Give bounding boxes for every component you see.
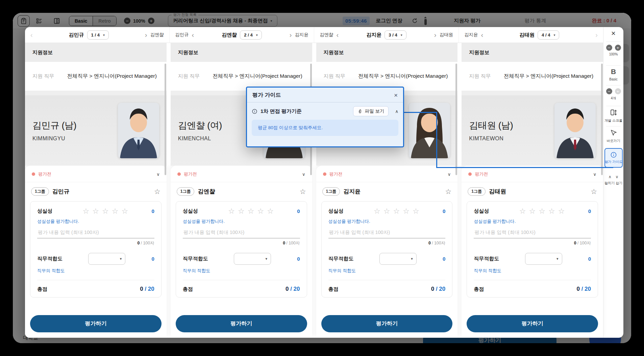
candidate-page-dropdown[interactable]: 2 / 4 ▾: [240, 30, 262, 40]
char-counter: 0/ 100자: [37, 240, 154, 246]
style-icon[interactable]: B: [611, 68, 616, 76]
collapse-chevron-icon[interactable]: ∨: [448, 172, 451, 177]
info-icon: [610, 151, 617, 158]
individual-scroll-icon[interactable]: [610, 109, 618, 117]
section-title: 지원정보: [171, 43, 312, 62]
column-scrollbar[interactable]: [601, 64, 603, 175]
column-scrollbar[interactable]: [165, 64, 166, 175]
panel-zoom-out-button[interactable]: −: [606, 45, 612, 51]
guide-connector-line: [403, 112, 437, 113]
comment-input[interactable]: 평가 내용 입력 (최대 100자): [183, 229, 300, 238]
expand-icon[interactable]: ∧: [609, 174, 612, 179]
prev-arrow-icon[interactable]: ‹: [192, 31, 194, 38]
evaluation-card: 평가전 ∨ 1그룹 김민규 ☆ 성실성 ☆☆☆☆☆ 0 성실성을 평가합니다. …: [25, 166, 167, 338]
prev-arrow-icon[interactable]: ‹: [337, 31, 339, 38]
submit-evaluation-button[interactable]: 평가하기: [30, 315, 162, 332]
card-candidate-name: 김민규: [52, 188, 70, 195]
shortcut-cursor-icon[interactable]: [610, 129, 618, 137]
status-label: 평가전: [475, 171, 488, 177]
info-icon: [252, 109, 257, 114]
divider: [328, 280, 446, 280]
candidate-page-dropdown[interactable]: 3 / 4 ▾: [385, 30, 406, 40]
close-icon[interactable]: ×: [603, 30, 623, 37]
star-rating[interactable]: ☆☆☆☆☆: [361, 207, 436, 215]
candidate-profile: 김태원 (남) KIMTAEWON: [462, 95, 603, 166]
total-label: 총점: [37, 286, 47, 292]
collapse-icon[interactable]: ∨: [616, 174, 619, 179]
prev-candidate-name[interactable]: 김엔챨: [320, 32, 333, 38]
screen: Basic Retro − 100% + 평가 전형 목록 커리어링크 신입/경…: [0, 0, 644, 356]
status-label: 평가전: [184, 171, 197, 177]
column-scrollbar[interactable]: [455, 64, 457, 175]
collapse-chevron-icon[interactable]: ∨: [593, 172, 596, 177]
candidate-page-dropdown[interactable]: 4 / 4 ▾: [538, 30, 559, 40]
favorite-star-icon[interactable]: ☆: [591, 188, 597, 195]
next-arrow-icon[interactable]: ›: [290, 31, 292, 38]
next-candidate-name[interactable]: 김태원: [439, 32, 453, 38]
view-file-button[interactable]: 파일 보기: [353, 106, 389, 116]
favorite-star-icon[interactable]: ☆: [300, 188, 306, 195]
star-rating[interactable]: ☆☆☆☆☆: [215, 207, 290, 215]
criteria-score: 0: [144, 256, 154, 262]
criteria-description: 직무의 적합도: [328, 268, 446, 274]
prev-arrow-icon[interactable]: ‹: [481, 31, 484, 38]
criteria-score: 0: [435, 256, 445, 262]
job-value: 전체직무 > 엔지니어(Project Manager): [503, 73, 593, 80]
total-label: 총점: [474, 286, 484, 292]
divider: [183, 280, 300, 280]
prev-candidate-name[interactable]: 김지윤: [464, 32, 478, 38]
candidate-photo: [118, 103, 159, 158]
card-candidate-name: 김지윤: [343, 188, 361, 195]
criteria-label: 직무적합도: [474, 256, 506, 262]
next-candidate-name[interactable]: 김지윤: [295, 32, 308, 38]
comment-input[interactable]: 평가 내용 입력 (최대 100자): [328, 229, 446, 238]
expand-collapse-label: 펼치기 접기: [604, 181, 622, 186]
candidate-page-dropdown[interactable]: 1 / 4 ▾: [87, 30, 109, 40]
evaluation-guide-button[interactable]: 평가 가이드: [604, 148, 623, 168]
evaluation-card: 평가전 ∨ 1그룹 김태원 ☆ 성실성 ☆☆☆☆☆ 0 성실성을 평가합니다. …: [462, 166, 603, 338]
star-rating[interactable]: ☆☆☆☆☆: [70, 207, 144, 215]
favorite-star-icon[interactable]: ☆: [445, 188, 451, 195]
guide-collapse-icon[interactable]: ∧: [395, 109, 398, 114]
criteria-card: 성실성 ☆☆☆☆☆ 0 성실성을 평가합니다. 평가 내용 입력 (최대 100…: [321, 201, 453, 298]
score-select[interactable]: ▾: [525, 253, 562, 265]
criteria-label: 성실성: [328, 208, 361, 214]
prev-candidate-name[interactable]: 김민규: [175, 32, 189, 38]
collapse-chevron-icon[interactable]: ∨: [156, 172, 160, 177]
modal-close-icon[interactable]: ×: [394, 92, 398, 98]
star-rating[interactable]: ☆☆☆☆☆: [506, 207, 581, 215]
criteria-card: 성실성 ☆☆☆☆☆ 0 성실성을 평가합니다. 평가 내용 입력 (최대 100…: [176, 201, 307, 298]
job-label: 지원 직무: [469, 73, 491, 79]
panel-zoom-in-button[interactable]: +: [615, 45, 621, 51]
next-candidate-name[interactable]: 김엔챨: [150, 32, 164, 38]
section-title: 지원정보: [462, 43, 603, 62]
criteria-label: 직무적합도: [328, 256, 361, 262]
submit-evaluation-button[interactable]: 평가하기: [321, 315, 453, 332]
status-dot: [177, 172, 181, 176]
group-badge: 1그룹: [468, 187, 486, 196]
score-select[interactable]: ▾: [379, 253, 417, 265]
prev-arrow-icon[interactable]: ‹: [30, 31, 33, 38]
submit-evaluation-button[interactable]: 평가하기: [176, 315, 307, 332]
column-count-plus-button[interactable]: +: [615, 88, 621, 94]
evaluation-guide-modal: 평가 가이드 × 1차 면접 평가기준 파일 보기 ∧ 평균 80점 이상으로 …: [246, 87, 404, 147]
score-select[interactable]: ▾: [234, 253, 271, 265]
submit-evaluation-button[interactable]: 평가하기: [467, 315, 598, 332]
comment-input[interactable]: 평가 내용 입력 (최대 100자): [474, 229, 591, 238]
candidate-photo: [554, 103, 596, 158]
chevron-down-icon: ▾: [256, 33, 258, 37]
criteria-description: 성실성을 평가합니다.: [328, 218, 446, 224]
collapse-chevron-icon[interactable]: ∨: [302, 172, 305, 177]
candidate-column: 지원정보 지원 직무 전체직무 > 엔지니어(Project Manager) …: [462, 43, 603, 338]
criteria-description: 성실성을 평가합니다.: [474, 218, 591, 224]
column-count-minus-button[interactable]: −: [606, 88, 612, 94]
guide-item-title: 1차 면접 평가기준: [261, 108, 302, 115]
next-arrow-icon[interactable]: ›: [434, 31, 437, 38]
comment-input[interactable]: 평가 내용 입력 (최대 100자): [37, 229, 154, 238]
next-arrow-icon[interactable]: ›: [595, 31, 598, 38]
total-max: / 20: [145, 286, 154, 292]
candidate-column: 지원정보 지원 직무 전체직무 > 엔지니어(Project Manager) …: [25, 43, 167, 338]
favorite-star-icon[interactable]: ☆: [154, 188, 160, 195]
next-arrow-icon[interactable]: ›: [145, 31, 147, 38]
score-select[interactable]: ▾: [88, 253, 125, 265]
